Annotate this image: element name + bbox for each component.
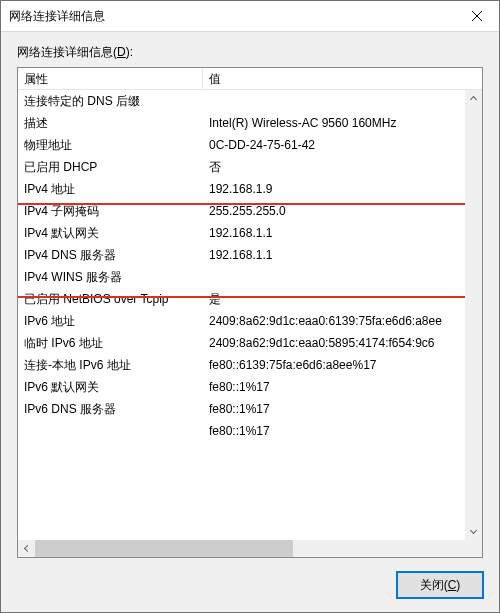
details-label-prefix: 网络连接详细信息( xyxy=(17,45,117,59)
scroll-left-button[interactable] xyxy=(18,540,35,557)
chevron-left-icon xyxy=(24,545,31,552)
table-row[interactable]: 已启用 NetBIOS over Tcpip是 xyxy=(18,288,482,310)
header-value[interactable]: 值 xyxy=(203,68,482,89)
table-row[interactable]: IPv6 默认网关fe80::1%17 xyxy=(18,376,482,398)
cell-property: IPv4 子网掩码 xyxy=(18,200,203,222)
hscroll-thumb[interactable] xyxy=(35,540,293,557)
cell-value: 192.168.1.9 xyxy=(203,178,482,200)
scroll-down-button[interactable] xyxy=(465,523,482,540)
table-row[interactable]: fe80::1%17 xyxy=(18,420,482,442)
cell-value xyxy=(203,90,482,112)
cell-property: 物理地址 xyxy=(18,134,203,156)
vertical-scrollbar[interactable] xyxy=(465,90,482,540)
list-body: 连接特定的 DNS 后缀描述Intel(R) Wireless-AC 9560 … xyxy=(18,90,482,557)
cell-property: IPv6 默认网关 xyxy=(18,376,203,398)
table-row[interactable]: IPv4 WINS 服务器 xyxy=(18,266,482,288)
cell-value: Intel(R) Wireless-AC 9560 160MHz xyxy=(203,112,482,134)
rows-container: 连接特定的 DNS 后缀描述Intel(R) Wireless-AC 9560 … xyxy=(18,90,482,444)
close-icon xyxy=(472,11,482,21)
details-label-accel: D xyxy=(117,45,126,59)
cell-value: fe80::1%17 xyxy=(203,398,482,420)
table-row[interactable]: 连接-本地 IPv6 地址fe80::6139:75fa:e6d6:a8ee%1… xyxy=(18,354,482,376)
cell-property: 描述 xyxy=(18,112,203,134)
cell-value: 2409:8a62:9d1c:eaa0:5895:4174:f654:9c6 xyxy=(203,332,482,354)
cell-property: IPv4 WINS 服务器 xyxy=(18,266,203,288)
cell-value: 192.168.1.1 xyxy=(203,244,482,266)
chevron-down-icon xyxy=(470,527,477,534)
dialog-content: 网络连接详细信息(D): 属性 值 连接特定的 DNS 后缀描述Intel(R)… xyxy=(1,32,499,612)
cell-value xyxy=(203,266,482,288)
list-header: 属性 值 xyxy=(18,68,482,90)
details-label: 网络连接详细信息(D): xyxy=(17,44,483,61)
cell-value: 0C-DD-24-75-61-42 xyxy=(203,134,482,156)
cell-property: IPv6 地址 xyxy=(18,310,203,332)
close-button[interactable]: 关闭(C) xyxy=(397,572,483,598)
window-title: 网络连接详细信息 xyxy=(1,8,454,25)
cell-property: 已启用 DHCP xyxy=(18,156,203,178)
table-row[interactable]: 已启用 DHCP否 xyxy=(18,156,482,178)
table-row[interactable]: IPv4 地址192.168.1.9 xyxy=(18,178,482,200)
chevron-up-icon xyxy=(470,96,477,103)
window-close-button[interactable] xyxy=(454,1,499,31)
cell-property xyxy=(18,420,203,442)
cell-value: fe80::1%17 xyxy=(203,376,482,398)
cell-property: 连接-本地 IPv6 地址 xyxy=(18,354,203,376)
table-row[interactable]: 连接特定的 DNS 后缀 xyxy=(18,90,482,112)
scroll-up-button[interactable] xyxy=(465,90,482,107)
table-row[interactable]: 物理地址0C-DD-24-75-61-42 xyxy=(18,134,482,156)
titlebar: 网络连接详细信息 xyxy=(1,1,499,32)
hscroll-track[interactable] xyxy=(35,540,465,557)
table-row[interactable]: IPv6 地址2409:8a62:9d1c:eaa0:6139:75fa:e6d… xyxy=(18,310,482,332)
cell-property: 已启用 NetBIOS over Tcpip xyxy=(18,288,203,310)
table-row[interactable]: IPv4 子网掩码255.255.255.0 xyxy=(18,200,482,222)
vscroll-track[interactable] xyxy=(465,107,482,523)
table-row[interactable]: 临时 IPv6 地址2409:8a62:9d1c:eaa0:5895:4174:… xyxy=(18,332,482,354)
horizontal-scrollbar[interactable] xyxy=(18,540,482,557)
cell-value: fe80::1%17 xyxy=(203,420,482,442)
cell-value: 是 xyxy=(203,288,482,310)
cell-property: IPv4 地址 xyxy=(18,178,203,200)
cell-value: 255.255.255.0 xyxy=(203,200,482,222)
header-property[interactable]: 属性 xyxy=(18,68,203,89)
cell-value: fe80::6139:75fa:e6d6:a8ee%17 xyxy=(203,354,482,376)
cell-property: IPv4 DNS 服务器 xyxy=(18,244,203,266)
close-button-prefix: 关闭( xyxy=(420,578,448,592)
table-row[interactable]: IPv4 DNS 服务器192.168.1.1 xyxy=(18,244,482,266)
table-row[interactable]: 描述Intel(R) Wireless-AC 9560 160MHz xyxy=(18,112,482,134)
cell-property: IPv4 默认网关 xyxy=(18,222,203,244)
cell-value: 否 xyxy=(203,156,482,178)
cell-property: IPv6 DNS 服务器 xyxy=(18,398,203,420)
cell-value: 192.168.1.1 xyxy=(203,222,482,244)
dialog-footer: 关闭(C) xyxy=(17,558,483,598)
scrollbar-corner xyxy=(465,540,482,557)
dialog-window: 网络连接详细信息 网络连接详细信息(D): 属性 值 连接特定的 DNS 后缀描… xyxy=(0,0,500,613)
table-row[interactable]: IPv6 DNS 服务器fe80::1%17 xyxy=(18,398,482,420)
details-listbox[interactable]: 属性 值 连接特定的 DNS 后缀描述Intel(R) Wireless-AC … xyxy=(17,67,483,558)
cell-property: 临时 IPv6 地址 xyxy=(18,332,203,354)
table-row[interactable]: IPv4 默认网关192.168.1.1 xyxy=(18,222,482,244)
close-button-suffix: ) xyxy=(456,578,460,592)
cell-property: 连接特定的 DNS 后缀 xyxy=(18,90,203,112)
cell-value: 2409:8a62:9d1c:eaa0:6139:75fa:e6d6:a8ee xyxy=(203,310,482,332)
details-label-suffix: ): xyxy=(126,45,133,59)
